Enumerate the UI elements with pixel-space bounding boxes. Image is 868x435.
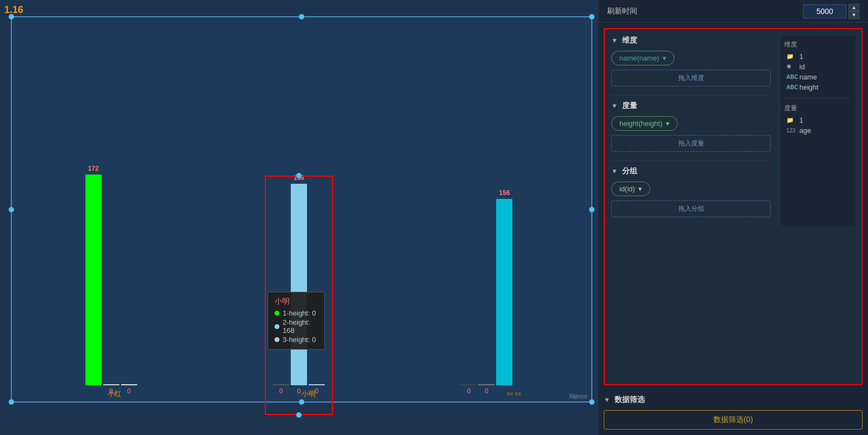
panel-columns: ▼ 维度 name(name) ▾ 拖入维度 ▼ 度量 (611, 36, 855, 226)
star-icon-id: ✱ (786, 63, 796, 70)
bar-wrapper-t3: 156 (496, 199, 512, 385)
folder-icon-1: 📁 (786, 53, 796, 60)
bar-group-xiaoming: 0 168 0 0 小明 1-height: 0 (273, 184, 325, 385)
field-label-folder2: 1 (799, 116, 803, 124)
chart-canvas: 172 0 0 (11, 16, 592, 403)
measure-dropdown-icon: ▾ (666, 119, 670, 128)
field-item-name[interactable]: ABC name (784, 72, 851, 82)
drop-zone-group[interactable]: 拖入分组 (611, 200, 771, 217)
field-label-id: id (799, 63, 805, 71)
bar-wrapper-m3: 0 (309, 384, 325, 385)
handle-tm[interactable] (299, 14, 304, 19)
handle-tl[interactable] (9, 14, 14, 19)
bar-lightblue (291, 184, 307, 385)
group-selector-label: id(id) (619, 185, 635, 193)
handle-selection-tm[interactable] (296, 173, 302, 178)
bar-value-156: 156 (499, 189, 510, 197)
field-item-age[interactable]: 123 age (784, 125, 851, 136)
refresh-label: 刷新时间 (607, 6, 637, 16)
section-group: ▼ 分组 id(id) ▾ 拖入分组 (611, 166, 771, 217)
measure-selector-label: height(height) (619, 119, 663, 128)
handle-selection-bm[interactable] (296, 412, 302, 418)
data-filter-section: ▼ 数据筛选 数据筛选(0) (604, 395, 863, 430)
field-item-id[interactable]: ✱ id (784, 62, 851, 72)
num-icon-age: 123 (786, 128, 796, 133)
abc-icon-height: ABC (786, 84, 796, 90)
section-header-measure: ▼ 度量 (611, 101, 771, 111)
bar-cyan (496, 199, 512, 385)
field-label-age: age (799, 126, 811, 135)
bar-dark2 (460, 384, 477, 385)
drop-zone-dimension[interactable]: 拖入维度 (611, 70, 771, 86)
bar-green (85, 175, 102, 385)
section-dimension: ▼ 维度 name(name) ▾ 拖入维度 (611, 36, 771, 86)
divider-1 (611, 95, 771, 96)
x-axis-labels: 小红 小明 (17, 389, 586, 399)
bar-wrapper-t2: 0 (478, 384, 495, 385)
field-section-title-meas: 度量 (784, 104, 851, 113)
chevron-group[interactable]: ▼ (611, 168, 618, 175)
section-title-measure: 度量 (622, 101, 637, 111)
handle-ml[interactable] (9, 207, 14, 212)
group-dropdown-icon: ▾ (638, 185, 642, 193)
field-label-folder1: 1 (799, 52, 803, 61)
filter-title: 数据筛选 (615, 395, 645, 405)
spin-down[interactable]: ▼ (849, 11, 859, 19)
bar-wrapper-1: 172 (85, 175, 102, 385)
spin-up[interactable]: ▲ (849, 4, 859, 11)
field-item-height-dim[interactable]: ABC height (784, 82, 851, 92)
filter-header: ▼ 数据筛选 (604, 395, 863, 405)
bar-group-xiaohong: 172 0 0 (85, 175, 137, 385)
field-section-dimension: 维度 📁 1 ✱ id ABC name ABC h (784, 40, 851, 92)
bar-wrapper-3: 0 (121, 384, 137, 385)
bar-dark1 (273, 384, 289, 385)
dimension-selector[interactable]: name(name) ▾ (611, 51, 675, 65)
top-bar: 刷新时间 5000 ▲ ▼ (598, 0, 868, 23)
section-header-dimension: ▼ 维度 (611, 36, 771, 45)
bar-wrapper-m1: 0 (273, 384, 289, 385)
data-filter-button[interactable]: 数据筛选(0) (604, 410, 863, 430)
bar-value-172: 172 (88, 165, 99, 172)
tooltip-dot-3 (275, 337, 279, 342)
x-axis-title: X轴noo (569, 393, 587, 400)
chevron-filter[interactable]: ▼ (604, 396, 610, 404)
chevron-dimension[interactable]: ▼ (611, 37, 618, 44)
dimension-dropdown-icon: ▾ (663, 54, 666, 62)
handle-bm[interactable] (299, 399, 304, 405)
folder-icon-2: 📁 (786, 117, 796, 124)
refresh-number[interactable]: 5000 (803, 4, 846, 18)
field-label-name: name (799, 73, 817, 81)
measure-selector[interactable]: height(height) ▾ (611, 116, 678, 131)
x-label-xiaohong: 小红 (108, 389, 122, 399)
chevron-measure[interactable]: ▼ (611, 102, 618, 110)
bar-wrapper-m2: 168 0 (291, 184, 307, 385)
section-header-group: ▼ 分组 (611, 166, 771, 176)
dimension-selector-label: name(name) (619, 54, 659, 62)
section-title-group: 分组 (622, 166, 637, 176)
spin-buttons: ▲ ▼ (849, 4, 859, 19)
handle-br[interactable] (589, 399, 595, 405)
divider-2 (611, 160, 771, 161)
divider-right-1 (784, 98, 851, 98)
field-item-folder2: 📁 1 (784, 115, 851, 125)
bar-gray2 (121, 384, 137, 385)
drop-zone-measure[interactable]: 拖入度量 (611, 135, 771, 152)
bar-group-third: 0 0 156 (460, 199, 512, 385)
handle-tr[interactable] (589, 14, 595, 19)
config-panel: ▼ 维度 name(name) ▾ 拖入维度 ▼ 度量 (604, 28, 863, 385)
handle-bl[interactable] (9, 399, 14, 405)
refresh-value-container: 5000 ▲ ▼ (803, 4, 859, 19)
chart-scale-label: 1.16 (4, 4, 23, 16)
right-panel: 刷新时间 5000 ▲ ▼ ▼ 维度 name(name) (598, 0, 868, 435)
x-label-xiaoming: 小明 (302, 389, 316, 399)
field-label-height-dim: height (799, 83, 818, 91)
section-measure: ▼ 度量 height(height) ▾ 拖入度量 (611, 101, 771, 152)
panel-left: ▼ 维度 name(name) ▾ 拖入维度 ▼ 度量 (611, 36, 771, 226)
bar-wrapper-2: 0 (103, 384, 119, 385)
chart-area: 1.16 180 150 120 90 60 30 0 172 (0, 0, 598, 435)
group-selector[interactable]: id(id) ▾ (611, 182, 650, 196)
bar-mid (478, 384, 495, 385)
panel-right: 维度 📁 1 ✱ id ABC name ABC h (779, 36, 855, 226)
handle-mr[interactable] (589, 207, 595, 212)
field-section-title-dim: 维度 (784, 40, 851, 49)
